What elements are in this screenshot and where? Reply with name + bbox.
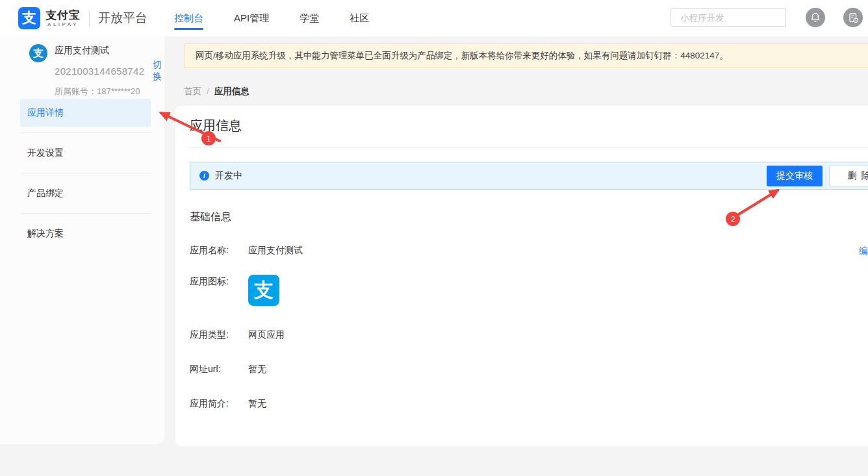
field-app-desc: 应用简介: 暂无	[190, 397, 303, 410]
app-name: 应用支付测试	[55, 44, 164, 56]
breadcrumb-current: 应用信息	[214, 86, 249, 96]
top-header: 支 支付宝 ALIPAY 开放平台 控制台 API管理 学堂 社区	[0, 0, 868, 36]
submit-review-button[interactable]: 提交审核	[767, 166, 823, 186]
breadcrumb-home[interactable]: 首页	[184, 86, 201, 96]
app-id: 2021003144658742	[55, 66, 144, 77]
app-sidebar: 支 应用支付测试 2021003144658742 切换 所属账号：187***…	[0, 36, 164, 444]
basic-info-fields: 应用名称: 应用支付测试 应用图标: 支 应用类型: 网页应用 网址url: 暂…	[190, 244, 303, 410]
field-label: 应用图标:	[190, 275, 248, 288]
app-info-card: 应用信息 i 开发中 提交审核 删除 基础信息 应用名称: 应用支付测试 应用图…	[175, 106, 868, 446]
platform-title: 开放平台	[98, 10, 147, 27]
alipay-brand: 支 支付宝 ALIPAY 开放平台	[18, 7, 147, 29]
app-icon-preview: 支	[248, 275, 279, 306]
switch-app-link[interactable]: 切换	[153, 59, 164, 82]
breadcrumb: 首页/应用信息	[184, 86, 249, 97]
nav-console[interactable]: 控制台	[174, 0, 203, 36]
sidebar-menu: 应用详情 开发设置 产品绑定 解决方案	[20, 99, 151, 247]
app-summary: 支 应用支付测试 2021003144658742 切换 所属账号：187***…	[29, 44, 164, 97]
search-input[interactable]	[680, 13, 795, 23]
field-app-icon: 应用图标: 支	[190, 275, 303, 306]
owner-account: 所属账号：187******20	[55, 86, 164, 97]
brand-names: 支付宝 ALIPAY	[45, 9, 81, 28]
bell-icon	[810, 12, 821, 23]
breadcrumb-separator: /	[207, 86, 209, 96]
upgrade-notice-banner: 网页/移动应用系统升级，其中能力管理菜单已全面升级为产品绑定，新版本将给你带来更…	[184, 44, 868, 68]
field-label: 应用名称:	[190, 244, 248, 257]
info-icon: i	[199, 171, 209, 181]
sidebar-item-app-detail[interactable]: 应用详情	[20, 99, 151, 127]
title-divider	[190, 147, 868, 148]
field-value: 暂无	[248, 362, 266, 375]
sidebar-item-product-binding[interactable]: 产品绑定	[20, 179, 151, 207]
alipay-logo-icon: 支	[18, 7, 40, 29]
menu-divider	[21, 213, 151, 214]
work-order-icon	[848, 12, 859, 23]
status-bar: i 开发中 提交审核 删除	[190, 162, 868, 190]
field-app-type: 应用类型: 网页应用	[190, 328, 303, 341]
app-avatar: 支	[29, 44, 47, 62]
edit-link[interactable]: 编辑	[859, 245, 868, 257]
sidebar-item-solutions[interactable]: 解决方案	[20, 219, 151, 247]
field-value: 应用支付测试	[248, 244, 303, 257]
top-nav: 控制台 API管理 学堂 社区	[174, 0, 369, 36]
field-label: 网址url:	[190, 362, 248, 375]
header-search[interactable]	[670, 8, 786, 27]
nav-school[interactable]: 学堂	[300, 0, 319, 36]
field-label: 应用类型:	[190, 328, 248, 341]
delete-button[interactable]: 删除	[829, 166, 868, 186]
brand-name-en: ALIPAY	[47, 21, 79, 28]
field-value: 网页应用	[248, 328, 285, 341]
sidebar-item-dev-settings[interactable]: 开发设置	[20, 139, 151, 167]
brand-divider	[89, 10, 90, 27]
field-value: 暂无	[248, 397, 266, 410]
field-app-name: 应用名称: 应用支付测试	[190, 244, 303, 257]
brand-name-cn: 支付宝	[45, 9, 81, 21]
menu-divider	[21, 132, 151, 133]
nav-community[interactable]: 社区	[350, 0, 369, 36]
menu-divider	[21, 173, 151, 173]
work-order-button[interactable]	[843, 8, 863, 27]
basic-info-heading: 基础信息	[190, 210, 231, 224]
field-site-url: 网址url: 暂无	[190, 362, 303, 375]
notification-button[interactable]	[806, 8, 825, 27]
field-label: 应用简介:	[190, 397, 248, 410]
nav-api[interactable]: API管理	[234, 0, 269, 36]
page-title: 应用信息	[190, 117, 242, 134]
status-text: 开发中	[215, 170, 242, 182]
